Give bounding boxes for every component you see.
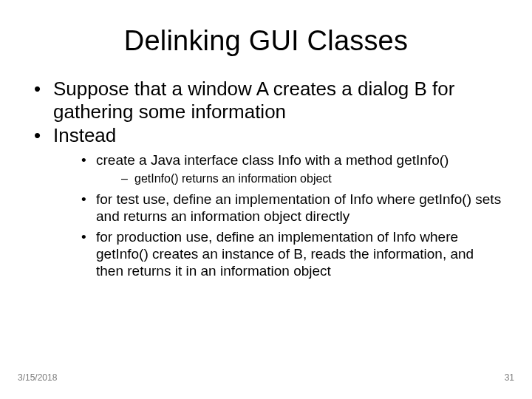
- bullet-sublist: getInfo() returns an information object: [96, 171, 502, 186]
- bullet-item: Instead create a Java interface class In…: [30, 124, 502, 279]
- bullet-text: getInfo() returns an information object: [134, 172, 332, 185]
- bullet-item: Suppose that a window A creates a dialog…: [30, 78, 502, 123]
- bullet-list: Suppose that a window A creates a dialog…: [30, 78, 502, 279]
- footer-page-number: 31: [505, 372, 514, 383]
- bullet-item: getInfo() returns an information object: [117, 171, 502, 186]
- bullet-sublist: create a Java interface class Info with …: [53, 151, 502, 279]
- slide-body: Suppose that a window A creates a dialog…: [0, 78, 532, 279]
- bullet-text: for production use, define an implementa…: [96, 229, 474, 279]
- bullet-item: for test use, define an implementation o…: [77, 191, 502, 225]
- bullet-item: for production use, define an implementa…: [77, 228, 502, 280]
- bullet-text: Instead: [53, 124, 116, 146]
- footer-date: 3/15/2018: [18, 372, 57, 383]
- bullet-text: Suppose that a window A creates a dialog…: [53, 78, 454, 123]
- slide: Delinking GUI Classes Suppose that a win…: [0, 0, 532, 399]
- slide-title: Delinking GUI Classes: [0, 0, 532, 78]
- bullet-item: create a Java interface class Info with …: [77, 151, 502, 186]
- bullet-text: create a Java interface class Info with …: [96, 152, 449, 168]
- bullet-text: for test use, define an implementation o…: [96, 191, 501, 224]
